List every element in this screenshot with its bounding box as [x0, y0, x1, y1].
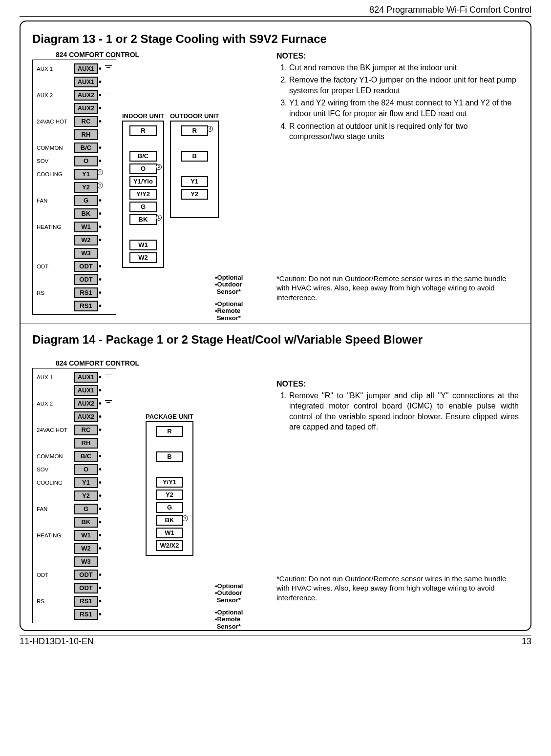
page-header: 824 Programmable Wi-Fi Comfort Control — [20, 5, 531, 17]
terminal: W1 — [129, 240, 157, 250]
terminal: Y2 — [156, 490, 183, 500]
terminal: B — [156, 451, 183, 462]
label: COOLING — [36, 171, 74, 177]
terminal: BK1 — [129, 214, 157, 225]
terminal: RC — [74, 116, 98, 127]
label: COMMON — [36, 145, 74, 151]
label: RS — [36, 598, 74, 604]
terminal: AUX2 — [74, 398, 98, 409]
label: SOV — [36, 467, 74, 472]
d14-opt-outdoor: •Optional •Outdoor Sensor* — [215, 583, 243, 604]
terminal: ODT — [74, 570, 98, 580]
terminal: G — [74, 504, 98, 514]
terminal: Y/Y2 — [129, 189, 157, 200]
d13-control-box: AUX 1AUX1• AUX1• AUX 2AUX2• AUX2• 24VAC … — [32, 60, 116, 315]
terminal: W2 — [74, 543, 98, 554]
terminal: O2 — [129, 163, 157, 174]
terminal: AUX2 — [74, 90, 98, 101]
terminal: Y13 — [74, 169, 98, 180]
terminal: R — [156, 426, 183, 437]
terminal: W1 — [74, 222, 98, 232]
label: COOLING — [36, 480, 74, 486]
label: COMMON — [36, 453, 74, 459]
terminal: Y1/Ylo — [129, 176, 157, 187]
terminal: Y1 — [181, 176, 208, 187]
label: ODT — [36, 264, 74, 269]
diagram13-title: Diagram 13 - 1 or 2 Stage Cooling with S… — [32, 32, 519, 46]
note-item: Cut and remove the BK jumper at the indo… — [289, 62, 519, 73]
label: HEATING — [36, 224, 74, 230]
d14-opt-remote: •Optional •Remote Sensor* — [215, 609, 243, 630]
terminal: Y2 — [74, 490, 98, 501]
terminal: BK — [74, 208, 98, 219]
label: AUX 2 — [36, 401, 74, 407]
terminal: AUX2 — [74, 411, 98, 422]
d14-pkg-title: PACKAGE UNIT — [146, 413, 193, 420]
terminal: R — [129, 125, 157, 136]
label: HEATING — [36, 532, 74, 538]
label: AUX 2 — [36, 92, 74, 98]
terminal: W2 — [129, 252, 157, 263]
terminal: Y23 — [74, 182, 98, 193]
terminal: ODT — [74, 274, 98, 285]
d13-opt-remote: •Optional •Remote Sensor* — [215, 301, 243, 322]
terminal: AUX1 — [74, 63, 98, 74]
note-item: Y1 and Y2 wiring from the 824 must conne… — [289, 98, 519, 119]
label: SOV — [36, 158, 74, 164]
terminal: W1 — [74, 530, 98, 541]
note-item: Remove the factory Y1-O jumper on the in… — [289, 75, 519, 96]
footer-page-number: 13 — [522, 636, 531, 647]
diagram14-title: Diagram 14 - Package 1 or 2 Stage Heat/C… — [32, 333, 519, 347]
terminal: W3 — [74, 556, 98, 567]
terminal: O — [74, 464, 98, 475]
terminal: AUX2 — [74, 103, 98, 114]
label: ODT — [36, 572, 74, 578]
note-item: R connection at outdoor unit is required… — [289, 121, 519, 142]
terminal: W1 — [156, 528, 183, 538]
label: AUX 1 — [36, 374, 74, 380]
terminal: B — [181, 151, 208, 162]
terminal: RH — [74, 129, 98, 140]
label: AUX 1 — [36, 66, 74, 72]
d14-caution: *Caution: Do not run Outdoor/Remote sens… — [276, 574, 519, 603]
terminal: AUX1 — [74, 372, 98, 383]
d13-outdoor-box: R4 B Y1 Y2 — [170, 121, 219, 218]
d14-ctrl-title: 824 COMFORT CONTROL — [56, 359, 267, 367]
terminal: W3 — [74, 248, 98, 259]
terminal: B/C — [74, 143, 98, 153]
terminal: G — [74, 195, 98, 206]
d14-notes-heading: NOTES: — [276, 380, 306, 388]
terminal: RS1 — [74, 301, 98, 311]
terminal: AUX1 — [74, 77, 98, 87]
d13-notes-list: Cut and remove the BK jumper at the indo… — [276, 62, 519, 142]
main-frame: Diagram 13 - 1 or 2 Stage Cooling with S… — [20, 20, 531, 631]
divider — [21, 324, 530, 324]
terminal: Y2 — [181, 189, 208, 200]
page-footer: 11-HD13D1-10-EN 13 — [20, 635, 531, 647]
note-item: Remove "R" to "BK" jumper and clip all "… — [289, 390, 519, 432]
terminal: AUX1 — [74, 385, 98, 396]
terminal: ODT — [74, 261, 98, 272]
terminal: RS1 — [74, 596, 98, 607]
terminal: BK1 — [156, 515, 183, 526]
label: FAN — [36, 506, 74, 512]
label: FAN — [36, 198, 74, 204]
terminal: R4 — [181, 125, 208, 136]
terminal: G — [156, 502, 183, 513]
d13-caution: *Caution: Do not run Outdoor/Remote sens… — [276, 274, 519, 303]
terminal: ODT — [74, 583, 98, 593]
label: 24VAC HOT — [36, 119, 74, 124]
terminal: RH — [74, 438, 98, 449]
label: 24VAC HOT — [36, 427, 74, 433]
terminal: O — [74, 156, 98, 166]
d14-notes-list: Remove "R" to "BK" jumper and clip all "… — [276, 390, 519, 432]
terminal: W2 — [74, 235, 98, 245]
terminal: BK — [74, 517, 98, 528]
label: RS — [36, 290, 74, 296]
terminal: W2/X2 — [156, 540, 183, 551]
d13-notes-heading: NOTES: — [276, 51, 519, 61]
terminal: B/C — [129, 151, 157, 162]
d14-pkg-box: R B Y/Y1 Y2 G BK1 W1 W2/X2 — [146, 421, 193, 556]
terminal: B/C — [74, 451, 98, 462]
d13-outdoor-title: OUTDOOR UNIT — [170, 112, 219, 120]
